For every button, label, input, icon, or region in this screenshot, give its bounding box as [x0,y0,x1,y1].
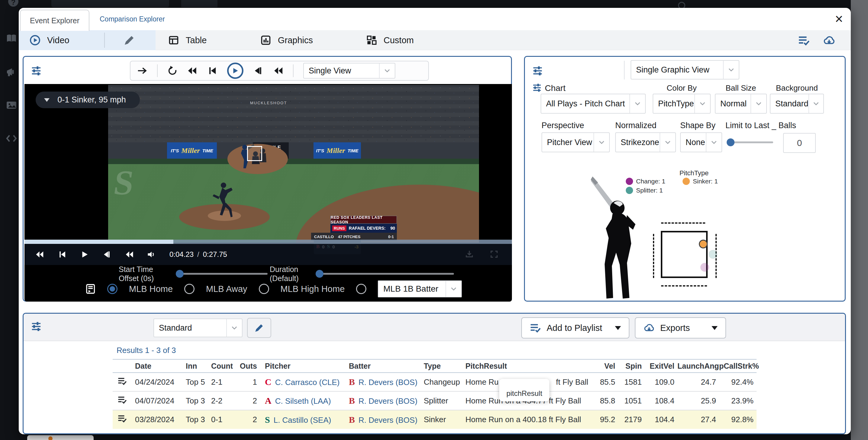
next-pitch-icon[interactable] [102,250,112,259]
playlist-check-icon[interactable] [118,414,127,423]
background-select[interactable]: Standard [770,94,824,114]
next-pitch-icon[interactable] [253,65,264,76]
exports-button[interactable]: Exports [635,317,726,339]
video-player[interactable]: MUCKLESHOOT IT'S Miller TIME MOBILE PARK… [25,84,512,301]
playlist-check-icon[interactable] [118,377,127,386]
jump-to-pitch-icon[interactable] [137,65,147,76]
table-row[interactable]: 03/28/2024 Top 3 0-1 2 SL. Castillo (SEA… [113,410,756,429]
normalized-select[interactable]: Strikezone [615,133,676,152]
chart-select[interactable]: All Plays - Pitch Chart [540,94,646,114]
panel-settings-icon[interactable] [31,65,41,76]
help-icon: ? [8,0,19,7]
tab-table[interactable]: Table [168,30,207,50]
playlist-check-icon[interactable] [798,35,809,46]
limit-slider[interactable] [728,141,773,143]
progress-played [25,240,173,244]
slider-thumb[interactable] [316,270,323,278]
col-outs[interactable]: Outs [232,359,260,373]
chart-settings-icon[interactable] [532,83,541,92]
rewind-icon[interactable] [35,250,44,259]
radio-mlb-home[interactable] [107,284,118,294]
preset-select[interactable]: Standard [153,319,243,337]
pitch-ball-sinker[interactable] [699,240,708,248]
pitch-ball-change[interactable] [701,263,709,272]
pitch-selector-pill[interactable]: 0-1 Sinker, 95 mph [36,92,140,108]
slider-thumb[interactable] [727,139,735,146]
col-date[interactable]: Date [130,359,181,373]
tab-video[interactable]: Video [30,30,69,50]
batter-link[interactable]: R. Devers (BOS) [359,415,417,424]
edit-preset-button[interactable] [247,318,271,338]
play-button[interactable] [227,63,243,79]
replay-icon[interactable] [167,65,178,76]
col-count[interactable]: Count [206,359,232,373]
duration-slider[interactable] [317,273,454,275]
ad-board-miller: IT'S Miller TIME [313,142,361,159]
pitcher-link[interactable]: L. Castillo (SEA) [274,415,331,424]
playlist-check-icon[interactable] [118,395,127,404]
rewind-icon[interactable] [187,65,197,76]
previous-pitch-icon[interactable] [207,65,217,76]
ball-size-select[interactable]: Normal [715,94,767,114]
close-button[interactable]: × [831,11,847,28]
col-inn[interactable]: Inn [181,359,206,373]
col-type[interactable]: Type [419,359,461,373]
col-exitvel[interactable]: ExitVel [645,359,677,373]
table-row[interactable]: 04/24/2024 Top 5 2-1 1 CC. Carrasco (CLE… [113,373,756,391]
normalized-label: Normalized [615,121,657,130]
batter-silhouette [585,175,650,302]
divider [157,64,158,77]
perspective-select[interactable]: Pitcher View [541,133,610,152]
pitcher-link[interactable]: C. Silseth (LAA) [275,397,331,406]
radio-mlb-high-home[interactable] [259,284,269,294]
cloud-download-icon[interactable] [823,34,835,47]
volume-icon[interactable] [147,250,156,259]
table-row[interactable]: 04/07/2024 Top 3 2-2 2 AC. Silseth (LAA)… [113,391,756,410]
pitcher-link[interactable]: C. Carrasco (CLE) [275,378,340,387]
play-icon[interactable] [80,250,89,259]
tab-event-explorer[interactable]: Event Explorer [20,10,89,31]
col-vel[interactable]: Vel [590,359,618,373]
video-control-bar: 0:04.23 / 0:27.75 [25,244,512,265]
col-spin[interactable]: Spin [618,359,645,373]
fast-forward-icon[interactable] [125,250,134,259]
col-launchang[interactable]: LaunchAng [677,359,719,373]
limit-input[interactable]: 0 [783,133,816,153]
batter-link[interactable]: R. Devers (BOS) [359,378,417,387]
broadcast-header: RED SOX LEADERS LAST SEASON [331,216,397,224]
slider-thumb[interactable] [176,270,184,278]
add-to-playlist-button[interactable]: Add to Playlist [521,317,629,339]
edit-pencil-icon[interactable] [123,34,135,46]
batter-link[interactable]: R. Devers (BOS) [359,397,417,406]
color-by-select[interactable]: PitchType [653,94,711,114]
tab-custom[interactable]: Custom [366,30,414,50]
feed-list-icon[interactable] [85,284,96,294]
legend-item-change: Change: 1 [626,178,665,185]
radio-mlb-away[interactable] [184,284,194,294]
previous-pitch-icon[interactable] [58,250,67,259]
legend-dot [683,178,690,185]
chevron-down-icon [226,319,242,336]
start-offset-slider[interactable] [177,273,268,275]
radio-custom-feed[interactable] [356,284,366,294]
tab-graphics[interactable]: Graphics [260,30,313,50]
shape-by-select[interactable]: None [680,133,722,152]
graphic-view-select[interactable]: Single Graphic View [630,60,739,80]
col-batter[interactable]: Batter [344,359,419,373]
chevron-down-icon [660,133,675,152]
background-card-peek [27,435,94,440]
tab-table-label: Table [186,35,207,45]
fast-forward-icon[interactable] [273,65,283,76]
col-pitcher[interactable]: Pitcher [260,359,344,373]
tab-comparison-explorer[interactable]: Comparison Explorer [100,15,165,23]
col-pitchresult[interactable]: PitchResult [461,359,590,373]
panel-settings-icon[interactable] [532,65,543,76]
zone-dash-top [661,223,705,224]
feed-select[interactable]: MLB 1B Batter [378,281,462,297]
video-progress-bar[interactable] [25,240,512,244]
view-mode-select[interactable]: Single View [303,63,395,79]
team-logo: B [349,415,355,424]
chevron-down-icon [593,133,609,152]
panel-settings-icon[interactable] [31,321,41,331]
col-pcallstrk[interactable]: pCallStrk% [719,359,756,373]
